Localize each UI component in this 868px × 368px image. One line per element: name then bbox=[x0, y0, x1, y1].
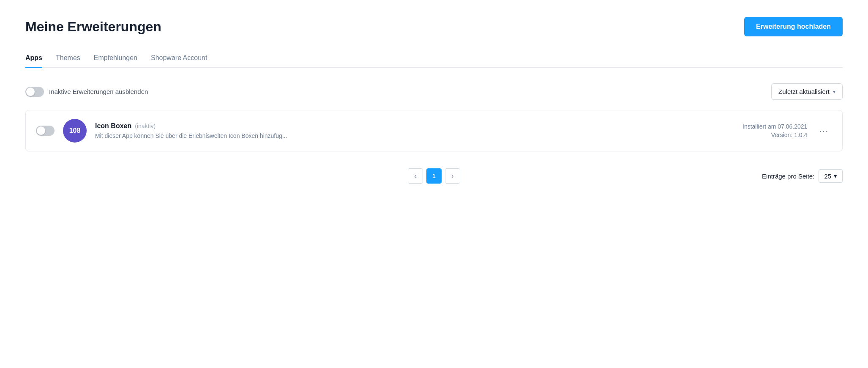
next-page-button[interactable]: › bbox=[445, 168, 460, 184]
inactive-toggle-label: Inaktive Erweiterungen ausblenden bbox=[49, 88, 148, 95]
inactive-extensions-toggle[interactable] bbox=[25, 87, 44, 97]
extension-toggle[interactable] bbox=[36, 126, 55, 136]
extensions-list: 108 Icon Boxen (inaktiv) Mit dieser App … bbox=[25, 110, 843, 151]
pagination: ‹ 1 › Einträge pro Seite: 25 ▾ bbox=[25, 168, 843, 184]
per-page-label: Einträge pro Seite: bbox=[762, 173, 814, 180]
extension-description: Mit dieser App können Sie über die Erleb… bbox=[95, 132, 734, 139]
extension-card: 108 Icon Boxen (inaktiv) Mit dieser App … bbox=[25, 110, 843, 151]
sort-dropdown[interactable]: Zuletzt aktualisiert ▾ bbox=[771, 83, 843, 100]
toolbar: Inaktive Erweiterungen ausblenden Zuletz… bbox=[25, 83, 843, 100]
extension-icon: 108 bbox=[63, 119, 87, 143]
extension-info: Icon Boxen (inaktiv) Mit dieser App könn… bbox=[95, 122, 734, 139]
extension-version: Version: 1.0.4 bbox=[742, 132, 807, 138]
tab-apps[interactable]: Apps bbox=[25, 50, 42, 68]
tab-empfehlungen[interactable]: Empfehlungen bbox=[94, 50, 137, 68]
per-page-container: Einträge pro Seite: 25 ▾ bbox=[762, 169, 843, 183]
page-header: Meine Erweiterungen Erweiterung hochlade… bbox=[25, 17, 843, 36]
page-1-button[interactable]: 1 bbox=[426, 168, 442, 184]
extension-actions-button[interactable]: ··· bbox=[816, 124, 832, 137]
sort-label: Zuletzt aktualisiert bbox=[778, 88, 830, 95]
inactive-toggle-row: Inaktive Erweiterungen ausblenden bbox=[25, 87, 148, 97]
extension-name-row: Icon Boxen (inaktiv) bbox=[95, 122, 734, 130]
page-container: Meine Erweiterungen Erweiterung hochlade… bbox=[0, 0, 868, 368]
tabs-nav: Apps Themes Empfehlungen Shopware Accoun… bbox=[25, 50, 843, 68]
chevron-down-icon: ▾ bbox=[833, 89, 835, 95]
page-title: Meine Erweiterungen bbox=[25, 19, 161, 35]
chevron-down-icon: ▾ bbox=[834, 172, 837, 180]
upload-extension-button[interactable]: Erweiterung hochladen bbox=[744, 17, 843, 36]
extension-meta: Installiert am 07.06.2021 Version: 1.0.4 bbox=[742, 123, 807, 138]
per-page-select[interactable]: 25 ▾ bbox=[819, 169, 843, 183]
extension-status: (inaktiv) bbox=[135, 123, 156, 129]
extension-name: Icon Boxen bbox=[95, 122, 131, 130]
tab-shopware-account[interactable]: Shopware Account bbox=[151, 50, 207, 68]
extension-installed-date: Installiert am 07.06.2021 bbox=[742, 123, 807, 130]
prev-page-button[interactable]: ‹ bbox=[408, 168, 423, 184]
tab-themes[interactable]: Themes bbox=[56, 50, 80, 68]
per-page-value: 25 bbox=[824, 173, 831, 180]
